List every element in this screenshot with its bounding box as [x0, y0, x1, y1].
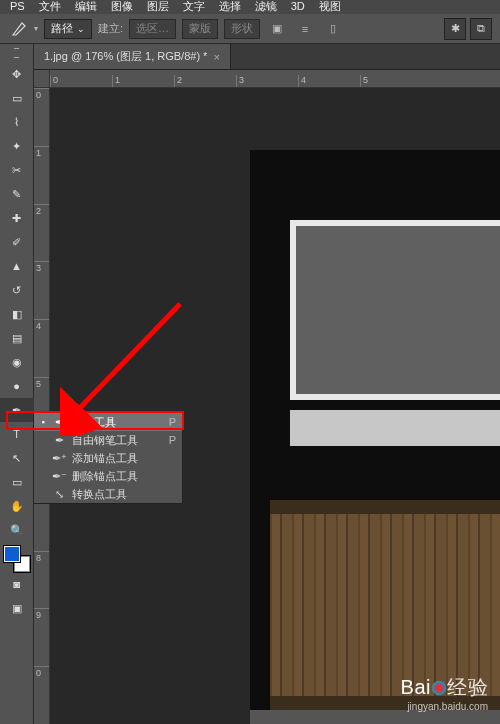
screenmode-icon[interactable]: ▣: [0, 596, 34, 620]
build-label: 建立:: [98, 21, 123, 36]
healing-brush-tool[interactable]: ✚: [0, 206, 34, 230]
flyout-item-shortcut: P: [169, 434, 176, 446]
shape-tool[interactable]: ▭: [0, 470, 34, 494]
marquee-tool[interactable]: ▭: [0, 86, 34, 110]
flyout-item[interactable]: ✒⁺添加锚点工具: [34, 449, 182, 467]
dodge-tool[interactable]: ●: [0, 374, 34, 398]
pen-icon: ⤡: [52, 488, 66, 501]
watermark-brand: Bai经验: [401, 674, 488, 701]
menu-select[interactable]: 选择: [219, 0, 241, 14]
flyout-item-label: 删除锚点工具: [72, 469, 138, 484]
collapse-handle-icon[interactable]: [14, 48, 19, 58]
foreground-color-swatch[interactable]: [4, 546, 20, 562]
ruler-tick: 2: [34, 204, 49, 262]
arrange-icon[interactable]: ▯: [322, 18, 344, 40]
flyout-item-label: 钢笔工具: [72, 415, 116, 430]
ruler-tick: 5: [360, 75, 422, 87]
type-tool[interactable]: T: [0, 422, 34, 446]
ruler-tick: 0: [34, 88, 49, 146]
tool-preset-chevron-icon[interactable]: ▾: [34, 24, 38, 33]
ruler-tick: 0: [34, 666, 49, 724]
menu-view[interactable]: 视图: [319, 0, 341, 14]
hand-tool[interactable]: ✋: [0, 494, 34, 518]
menu-edit[interactable]: 编辑: [75, 0, 97, 14]
document-tab-bar: 1.jpg @ 176% (图层 1, RGB/8#) * ×: [34, 44, 500, 70]
flyout-item-shortcut: P: [169, 416, 176, 428]
menu-layer[interactable]: 图层: [147, 0, 169, 14]
ruler-tick: 4: [298, 75, 360, 87]
ruler-tick: 0: [50, 75, 112, 87]
watermark-brand-suffix: 经验: [447, 676, 488, 698]
menu-3d[interactable]: 3D: [291, 0, 305, 14]
baidu-paw-icon: [432, 681, 446, 695]
chevron-down-icon: ⌄: [77, 24, 85, 34]
rubber-band-icon[interactable]: ⧉: [470, 18, 492, 40]
ruler-tick: 1: [34, 146, 49, 204]
document-tab[interactable]: 1.jpg @ 176% (图层 1, RGB/8#) * ×: [34, 44, 231, 69]
mode-dropdown-label: 路径: [51, 21, 73, 36]
ruler-origin[interactable]: [34, 70, 50, 88]
color-swatches[interactable]: [4, 546, 30, 572]
crop-tool[interactable]: ✂: [0, 158, 34, 182]
watermark: Bai经验 jingyan.baidu.com: [401, 674, 488, 712]
flyout-item-label: 自由钢笔工具: [72, 433, 138, 448]
move-tool[interactable]: ✥: [0, 62, 34, 86]
tool-panel: ✥▭⌇✦✂✎✚✐▲↺◧▤◉●✒T↖▭✋🔍 ◙ ▣: [0, 44, 34, 724]
ruler-tick: 9: [34, 608, 49, 666]
path-select-tool[interactable]: ↖: [0, 446, 34, 470]
flyout-item-label: 转换点工具: [72, 487, 127, 502]
make-selection-button[interactable]: 选区…: [129, 19, 176, 39]
ruler-tick: 3: [236, 75, 298, 87]
canvas-textband: [290, 410, 500, 446]
flyout-item[interactable]: ✒自由钢笔工具P: [34, 431, 182, 449]
app-logo: PS: [10, 0, 25, 14]
flyout-item-label: 添加锚点工具: [72, 451, 138, 466]
gear-icon[interactable]: ✱: [444, 18, 466, 40]
document-tab-title: 1.jpg @ 176% (图层 1, RGB/8#) *: [44, 49, 207, 64]
pen-tool[interactable]: ✒: [0, 398, 34, 422]
canvas-floor: [250, 710, 500, 724]
clone-stamp-tool[interactable]: ▲: [0, 254, 34, 278]
lasso-tool[interactable]: ⌇: [0, 110, 34, 134]
pen-icon: ✒⁻: [52, 470, 66, 483]
watermark-brand-prefix: Bai: [401, 676, 431, 698]
options-bar: ▾ 路径 ⌄ 建立: 选区… 蒙版 形状 ▣ ≡ ▯ ✱ ⧉: [0, 14, 500, 44]
eraser-tool[interactable]: ◧: [0, 302, 34, 326]
ruler-tick: 3: [34, 261, 49, 319]
flyout-item[interactable]: ▪✒钢笔工具P: [34, 413, 182, 431]
history-brush-tool[interactable]: ↺: [0, 278, 34, 302]
menu-file[interactable]: 文件: [39, 0, 61, 14]
menu-bar: PS 文件 编辑 图像 图层 文字 选择 滤镜 3D 视图: [0, 0, 500, 14]
flyout-item[interactable]: ⤡转换点工具: [34, 485, 182, 503]
close-tab-icon[interactable]: ×: [213, 51, 219, 63]
pen-icon: ✒: [52, 434, 66, 447]
pen-icon: ✒: [52, 416, 66, 429]
menu-image[interactable]: 图像: [111, 0, 133, 14]
ruler-tick: 8: [34, 551, 49, 609]
brush-tool[interactable]: ✐: [0, 230, 34, 254]
flyout-item[interactable]: ✒⁻删除锚点工具: [34, 467, 182, 485]
eyedropper-tool[interactable]: ✎: [0, 182, 34, 206]
magic-wand-tool[interactable]: ✦: [0, 134, 34, 158]
current-tool-icon[interactable]: [8, 18, 30, 40]
ruler-tick: 1: [112, 75, 174, 87]
gradient-tool[interactable]: ▤: [0, 326, 34, 350]
align-icon[interactable]: ≡: [294, 18, 316, 40]
menu-type[interactable]: 文字: [183, 0, 205, 14]
mode-dropdown[interactable]: 路径 ⌄: [44, 19, 92, 39]
make-mask-button[interactable]: 蒙版: [182, 19, 218, 39]
canvas-billboard: [290, 220, 500, 400]
watermark-url: jingyan.baidu.com: [401, 701, 488, 712]
path-ops-icon[interactable]: ▣: [266, 18, 288, 40]
blur-tool[interactable]: ◉: [0, 350, 34, 374]
ruler-tick: 2: [174, 75, 236, 87]
make-shape-button[interactable]: 形状: [224, 19, 260, 39]
menu-filter[interactable]: 滤镜: [255, 0, 277, 14]
pen-icon: ✒⁺: [52, 452, 66, 465]
quickmask-icon[interactable]: ◙: [0, 572, 34, 596]
zoom-tool[interactable]: 🔍: [0, 518, 34, 542]
ruler-horizontal[interactable]: 0 1 2 3 4 5: [50, 70, 500, 88]
ruler-vertical[interactable]: 0 1 2 3 4 5 6 7 8 9 0: [34, 88, 50, 724]
canvas-viewport[interactable]: [50, 88, 500, 724]
ruler-tick: 4: [34, 319, 49, 377]
